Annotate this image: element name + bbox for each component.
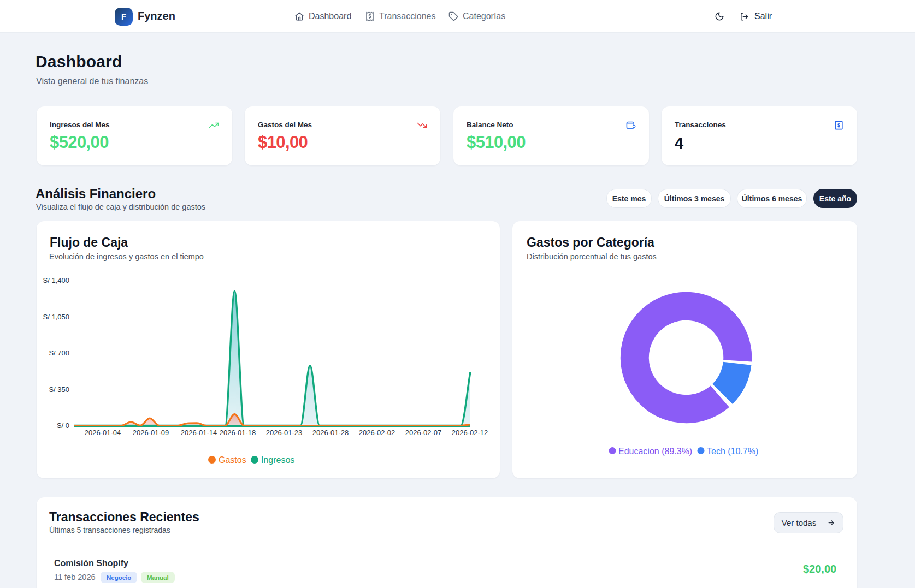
svg-text:S/ 0: S/ 0	[57, 421, 69, 430]
svg-text:2026-02-12: 2026-02-12	[452, 429, 488, 437]
svg-text:S/ 1,400: S/ 1,400	[43, 276, 69, 284]
svg-text:2026-01-18: 2026-01-18	[220, 429, 256, 437]
svg-text:S/ 700: S/ 700	[49, 349, 69, 357]
svg-text:Gastos: Gastos	[219, 455, 246, 465]
svg-text:2026-01-14: 2026-01-14	[181, 429, 217, 437]
svg-text:2026-01-23: 2026-01-23	[266, 429, 303, 437]
svg-text:2026-01-09: 2026-01-09	[133, 429, 169, 437]
svg-text:S/ 350: S/ 350	[49, 385, 69, 394]
svg-text:Educacion (89.3%): Educacion (89.3%)	[618, 447, 692, 456]
svg-text:Tech (10.7%): Tech (10.7%)	[707, 447, 758, 456]
svg-text:2026-02-02: 2026-02-02	[359, 429, 395, 437]
svg-text:2026-02-07: 2026-02-07	[405, 429, 442, 437]
svg-text:2026-01-04: 2026-01-04	[85, 429, 121, 437]
svg-text:Ingresos: Ingresos	[261, 455, 294, 465]
svg-text:S/ 1,050: S/ 1,050	[43, 313, 69, 321]
svg-text:2026-01-28: 2026-01-28	[312, 429, 349, 437]
